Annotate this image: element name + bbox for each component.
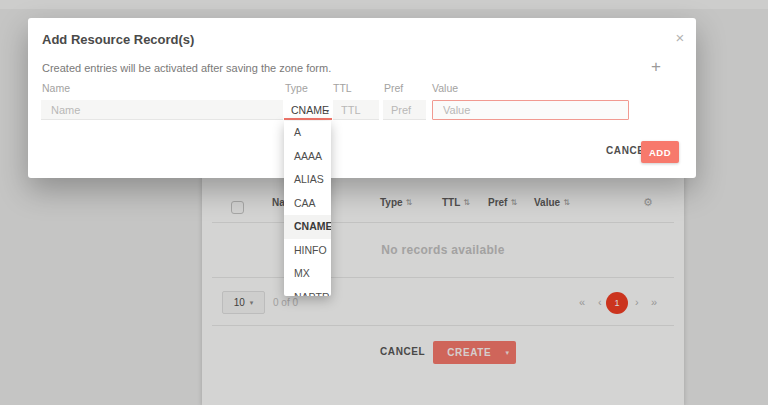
dialog-title: Add Resource Record(s) [42,32,194,47]
dropdown-option-mx[interactable]: MX [284,262,331,286]
dropdown-option-naptr[interactable]: NAPTR [284,286,331,297]
type-select-value: CNAME [291,104,329,116]
caret-down-icon: ▾ [326,107,329,114]
dropdown-option-caa[interactable]: CAA [284,192,331,216]
close-icon[interactable]: × [670,27,690,47]
dropdown-option-alias[interactable]: ALIAS [284,168,331,192]
add-button[interactable]: ADD [641,141,679,163]
dropdown-option-cname[interactable]: CNAME [284,215,331,239]
pref-field[interactable] [383,100,426,120]
value-label: Value [432,82,458,94]
dropdown-option-aaaa[interactable]: AAAA [284,145,331,169]
add-resource-record-dialog: Add Resource Record(s) × Created entries… [28,18,696,178]
value-field[interactable] [432,100,629,120]
ttl-field[interactable] [333,100,379,120]
type-label: Type [285,82,308,94]
pref-label: Pref [384,82,403,94]
add-row-icon[interactable]: + [645,56,667,78]
name-field[interactable] [41,100,283,120]
dialog-description: Created entries will be activated after … [42,62,331,74]
dropdown-option-hinfo[interactable]: HINFO [284,239,331,263]
type-dropdown-menu: A AAAA ALIAS CAA CNAME HINFO MX NAPTR [284,121,331,296]
dropdown-option-a[interactable]: A [284,121,331,145]
ttl-label: TTL [333,82,352,94]
type-select[interactable]: CNAME ▾ [284,100,332,120]
name-label: Name [42,82,70,94]
